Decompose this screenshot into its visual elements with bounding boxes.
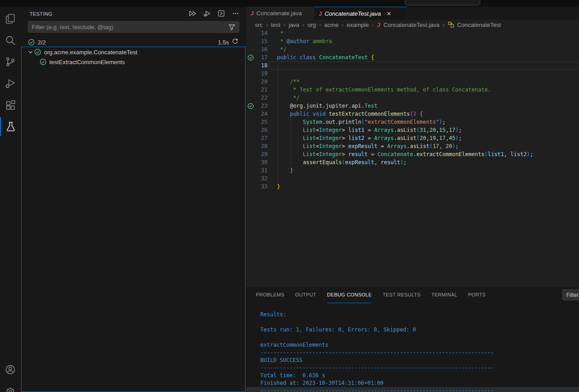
source-control-icon[interactable] <box>0 52 21 71</box>
settings-gear-icon[interactable] <box>0 383 21 392</box>
tab-label: Concatenate.java <box>256 10 302 17</box>
line-number[interactable]: 30 <box>251 158 268 166</box>
breadcrumb-separator: › <box>303 22 304 28</box>
editor-group: J Concatenate.java J ConcatenateTest.jav… <box>246 7 579 286</box>
more-actions-icon[interactable] <box>231 9 241 18</box>
line-number[interactable]: 15 <box>251 37 268 45</box>
line-number[interactable]: 28 <box>251 142 268 150</box>
code-line: */ <box>277 94 533 102</box>
extensions-icon[interactable] <box>0 96 21 114</box>
line-number[interactable]: 22 <box>251 94 268 102</box>
explorer-icon[interactable] <box>0 9 21 28</box>
line-number[interactable]: 32 <box>251 174 268 183</box>
console-line: Finished at: 2023-10-30T14:31:06+01:00 <box>246 379 579 387</box>
account-icon[interactable] <box>0 360 21 379</box>
tab-concatenate-java[interactable]: J Concatenate.java <box>246 7 314 20</box>
code-line: /** <box>277 78 533 86</box>
test-filter-placeholder: Filter (e.g. text, !exclude, @tag) <box>32 24 114 30</box>
breadcrumb-test[interactable]: test <box>271 22 281 28</box>
java-file-icon: J <box>377 22 380 28</box>
line-number[interactable]: 16 <box>251 45 268 53</box>
line-number[interactable]: 24 <box>251 110 268 118</box>
console-line: ----------------------------------------… <box>246 387 579 392</box>
tab-concatenatetest-java[interactable]: J ConcatenateTest.java ✕ <box>314 7 407 20</box>
line-number[interactable]: 25 <box>251 118 268 126</box>
code-line: List<Integer> list2 = Arrays.asList(20,1… <box>277 134 533 142</box>
test-filter-input[interactable]: Filter (e.g. text, !exclude, @tag) <box>28 21 239 33</box>
line-number[interactable]: 21 <box>251 86 268 94</box>
line-number[interactable]: 18 <box>251 61 268 70</box>
code-line: List<Integer> list1 = Arrays.asList(31,2… <box>277 126 533 134</box>
java-file-icon: J <box>319 10 322 17</box>
test-method-label: testExtractCommonElements <box>49 59 125 65</box>
breadcrumb-acme[interactable]: acme <box>324 22 338 28</box>
code-line: * @author ammbra <box>277 37 533 45</box>
breadcrumb-separator: › <box>266 22 268 28</box>
close-tab-icon[interactable]: ✕ <box>386 10 393 17</box>
line-number[interactable]: 17 <box>251 53 268 61</box>
breadcrumb-separator: › <box>319 22 321 28</box>
line-number[interactable]: 19 <box>251 70 268 78</box>
line-number[interactable]: 31 <box>251 166 268 174</box>
panel-tab-terminal[interactable]: TERMINAL <box>431 287 457 303</box>
panel-tab-debug-console[interactable]: DEBUG CONSOLE <box>327 287 372 303</box>
line-number[interactable]: 27 <box>251 134 268 142</box>
console-line: Results: <box>246 311 579 318</box>
line-number[interactable]: 33 <box>251 183 268 191</box>
chevron-down-icon[interactable] <box>27 48 34 56</box>
sidebar-header: TESTING <box>21 7 246 21</box>
code-line <box>277 174 533 183</box>
line-number[interactable]: 20 <box>251 78 268 86</box>
bottom-panel: PROBLEMSOUTPUTDEBUG CONSOLETEST RESULTST… <box>246 286 579 392</box>
command-center[interactable] <box>405 0 480 5</box>
code-editor[interactable]: 1415161718192021222324252627282930313233… <box>246 29 579 286</box>
test-pass-icon <box>39 58 47 65</box>
code-line: List<Integer> result = Concatenate.extra… <box>277 150 533 158</box>
panel-tab-problems[interactable]: PROBLEMS <box>256 287 285 303</box>
breadcrumb-src[interactable]: src <box>255 22 263 28</box>
code-line: * Test of extractCommonElements method, … <box>277 86 533 94</box>
test-tree-item-method[interactable]: testExtractCommonElements <box>22 57 245 67</box>
test-pass-icon <box>34 48 41 56</box>
breadcrumb-file[interactable]: ConcatenateTest.java <box>383 22 439 28</box>
breadcrumb-org[interactable]: org <box>307 22 316 28</box>
debug-all-tests-icon[interactable] <box>202 9 212 18</box>
code-line: * <box>277 29 533 37</box>
breadcrumb-separator: › <box>284 22 285 28</box>
sidebar-actions <box>188 9 241 18</box>
filter-funnel-icon[interactable] <box>228 23 236 32</box>
console-filter-input[interactable]: Filter <box>562 289 579 301</box>
tests-passed-icon <box>28 39 35 47</box>
line-number[interactable]: 23 <box>251 102 268 110</box>
code-line: public void testExtractCommonElements() … <box>277 110 533 118</box>
refresh-tests-icon[interactable] <box>232 38 238 46</box>
debug-console-output[interactable]: Results:Tests run: 1, Failures: 0, Error… <box>246 304 579 392</box>
testing-icon[interactable] <box>0 117 21 136</box>
breadcrumb-symbol[interactable]: ConcatenateTest <box>457 22 501 28</box>
breadcrumb-example[interactable]: example <box>347 22 368 28</box>
code-line: } <box>277 166 533 174</box>
line-number[interactable]: 26 <box>251 126 268 134</box>
test-tree-item-class[interactable]: org.acme.example.ConcatenateTest <box>22 47 245 57</box>
search-icon[interactable] <box>0 31 21 50</box>
sidebar-testing: TESTING Filter (e.g. text, !exclude, @ta… <box>21 7 246 392</box>
console-line <box>246 318 579 326</box>
run-all-tests-icon[interactable] <box>188 9 197 18</box>
breadcrumb-separator: › <box>342 22 343 28</box>
tab-label: ConcatenateTest.java <box>325 10 381 17</box>
panel-tab-output[interactable]: OUTPUT <box>295 287 316 303</box>
breadcrumb: src › test › java › org › acme › example… <box>246 20 579 30</box>
show-test-output-icon[interactable] <box>216 9 226 18</box>
breadcrumb-java[interactable]: java <box>289 22 299 28</box>
tests-passed-count: 2/2 <box>38 39 46 46</box>
run-and-debug-icon[interactable] <box>0 74 21 93</box>
panel-tab-test-results[interactable]: TEST RESULTS <box>382 287 421 303</box>
panel-tab-ports[interactable]: PORTS <box>468 287 486 303</box>
code-line: @org.junit.jupiter.api.Test <box>277 102 533 110</box>
code-line: assertEquals(expResult, result); <box>277 158 533 166</box>
code-line: System.out.println("extractCommonElement… <box>277 118 533 126</box>
line-number[interactable]: 29 <box>251 150 268 158</box>
test-class-label: org.acme.example.ConcatenateTest <box>44 49 137 56</box>
console-line: extractCommonElements <box>246 341 579 349</box>
line-number[interactable]: 14 <box>251 29 268 37</box>
